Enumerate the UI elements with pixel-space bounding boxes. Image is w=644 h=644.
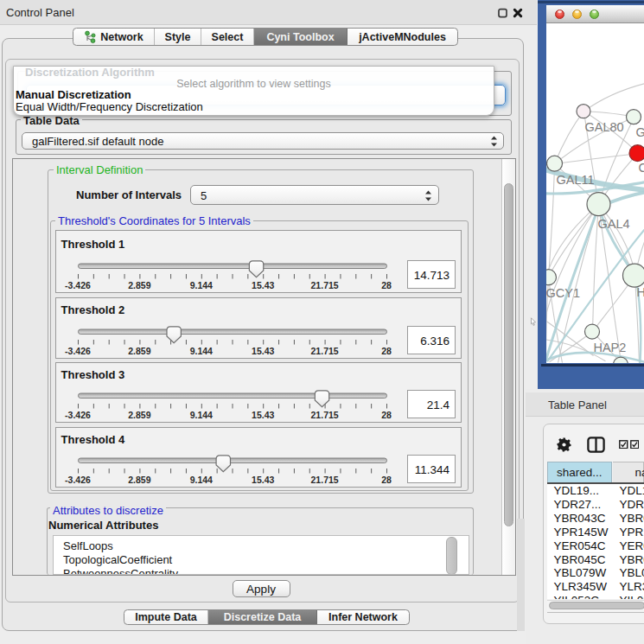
svg-text:H: H	[636, 285, 644, 299]
svg-text:G...: G...	[635, 125, 644, 139]
svg-text:GAL11: GAL11	[556, 173, 594, 187]
svg-text:C: C	[638, 161, 644, 175]
svg-text:HAP2: HAP2	[593, 341, 626, 354]
svg-text:GAL4: GAL4	[597, 217, 629, 231]
svg-text:GCY1: GCY1	[546, 286, 580, 300]
svg-text:GAL80: GAL80	[584, 120, 623, 134]
